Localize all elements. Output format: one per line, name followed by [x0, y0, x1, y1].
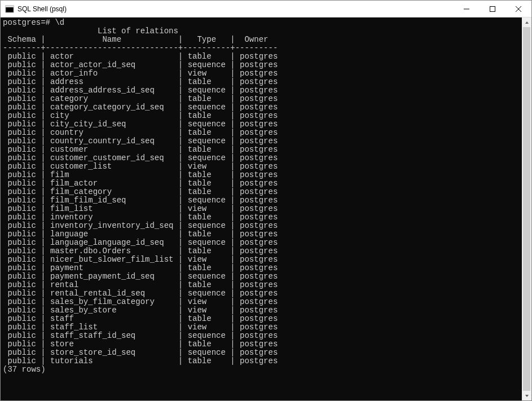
table-row: public | staff_staff_id_seq | sequence |…: [3, 332, 520, 340]
window-frame: SQL Shell (psql) postgres=# \d List of r…: [0, 0, 532, 401]
terminal-output[interactable]: postgres=# \d List of relations Schema |…: [1, 17, 522, 400]
svg-marker-7: [525, 395, 529, 397]
table-header: Schema | Name | Type | Owner: [3, 36, 520, 44]
maximize-button[interactable]: [480, 1, 505, 17]
table-row: public | language | table | postgres: [3, 230, 520, 239]
table-row: public | store_store_id_seq | sequence |…: [3, 349, 520, 357]
table-row: public | payment | table | postgres: [3, 264, 520, 272]
table-row: public | inventory | table | postgres: [3, 213, 520, 222]
table-row: public | actor | table | postgres: [3, 52, 520, 61]
table-row: public | language_language_id_seq | sequ…: [3, 239, 520, 247]
table-row: public | film_list | view | postgres: [3, 205, 520, 213]
table-row: public | film | table | postgres: [3, 171, 520, 179]
table-row: public | category_category_id_seq | sequ…: [3, 103, 520, 112]
table-row: public | rental_rental_id_seq | sequence…: [3, 289, 520, 298]
table-row: public | staff_list | view | postgres: [3, 323, 520, 332]
table-row: public | store | table | postgres: [3, 340, 520, 349]
table-row: public | customer_customer_id_seq | sequ…: [3, 154, 520, 162]
list-title: List of relations: [3, 27, 520, 36]
table-row: public | city_city_id_seq | sequence | p…: [3, 120, 520, 129]
table-row: public | customer_list | view | postgres: [3, 162, 520, 171]
table-row: public | address | table | postgres: [3, 78, 520, 86]
table-row: public | film_category | table | postgre…: [3, 188, 520, 196]
minimize-button[interactable]: [454, 1, 480, 17]
table-separator: --------+----------------------------+--…: [3, 44, 520, 52]
table-row: public | customer | table | postgres: [3, 146, 520, 154]
table-row: public | address_address_id_seq | sequen…: [3, 86, 520, 95]
titlebar[interactable]: SQL Shell (psql): [1, 1, 531, 17]
table-row: public | film_actor | table | postgres: [3, 179, 520, 188]
row-count: (37 rows): [3, 365, 520, 374]
table-row: public | sales_by_film_category | view |…: [3, 298, 520, 306]
scroll-thumb[interactable]: [523, 27, 530, 391]
svg-rect-3: [490, 6, 495, 11]
scroll-track[interactable]: [522, 27, 531, 391]
close-button[interactable]: [505, 1, 531, 17]
svg-rect-1: [6, 6, 14, 7]
scroll-up-arrow-icon[interactable]: [522, 17, 531, 27]
table-row: public | inventory_inventory_id_seq | se…: [3, 222, 520, 230]
table-row: public | payment_payment_id_seq | sequen…: [3, 272, 520, 281]
table-row: public | nicer_but_slower_film_list | vi…: [3, 255, 520, 264]
table-row: public | category | table | postgres: [3, 95, 520, 103]
table-row: public | city | table | postgres: [3, 112, 520, 120]
table-row: public | country | table | postgres: [3, 129, 520, 137]
table-row: public | staff | table | postgres: [3, 315, 520, 323]
table-row: public | master.dbo.Orders | table | pos…: [3, 247, 520, 255]
table-row: public | actor_actor_id_seq | sequence |…: [3, 61, 520, 69]
table-row: public | sales_by_store | view | postgre…: [3, 306, 520, 315]
prompt-line: postgres=# \d: [3, 19, 520, 27]
terminal-icon: [5, 5, 14, 14]
table-row: public | actor_info | view | postgres: [3, 69, 520, 78]
table-row: public | film_film_id_seq | sequence | p…: [3, 196, 520, 205]
table-row: public | tutorials | table | postgres: [3, 357, 520, 365]
window-title: SQL Shell (psql): [17, 5, 67, 13]
table-row: public | country_country_id_seq | sequen…: [3, 137, 520, 146]
table-row: public | rental | table | postgres: [3, 281, 520, 289]
scroll-down-arrow-icon[interactable]: [522, 391, 531, 400]
vertical-scrollbar[interactable]: [522, 17, 531, 400]
svg-marker-6: [525, 21, 529, 24]
content-area: postgres=# \d List of relations Schema |…: [1, 17, 531, 400]
